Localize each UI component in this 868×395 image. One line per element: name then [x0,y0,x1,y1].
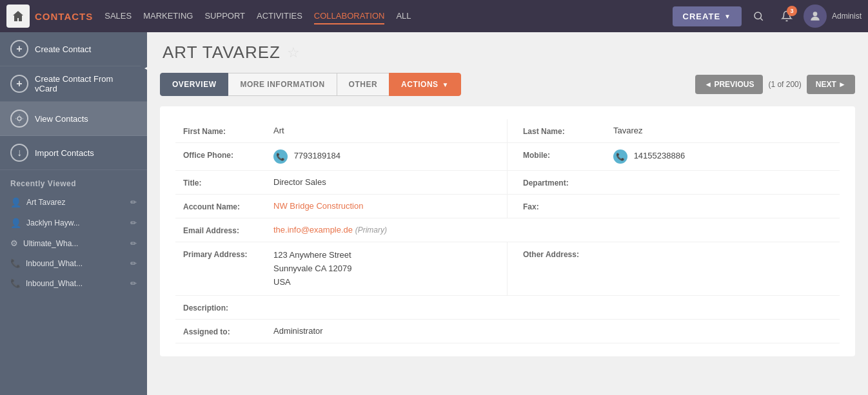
mobile-group: Mobile: 📞 14155238886 [508,143,840,171]
sidebar-toggle[interactable]: ◀ [141,58,147,77]
recent-name-4: Inbound_What... [26,279,83,288]
sidebar-item-import-contacts[interactable]: ↓ Import Contacts [0,136,147,170]
recent-item-0[interactable]: 👤 Art Tavarez ✏ [0,192,147,213]
sidebar-item-view-contacts[interactable]: View Contacts [0,102,147,136]
email-type: (Primary) [355,226,387,235]
edit-icon-3[interactable]: ✏ [130,259,137,268]
title-value: Director Sales [273,177,499,187]
title-group: Title: Director Sales [175,171,508,195]
edit-icon-1[interactable]: ✏ [130,218,137,227]
recent-item-4[interactable]: 📞 Inbound_What... ✏ [0,273,147,293]
last-name-value: Tavarez [613,126,832,135]
other-address-group: Other Address: [508,242,840,296]
home-button[interactable] [6,5,30,28]
name-row: First Name: Art Last Name: Tavarez [175,119,840,143]
notification-wrapper: 3 [775,5,798,28]
phone-icon-4: 📞 [10,278,21,288]
view-contacts-label: View Contacts [35,114,88,124]
contact-form-card: First Name: Art Last Name: Tavarez Offic… [160,106,855,356]
account-name-value[interactable]: NW Bridge Construction [273,201,499,211]
nav-all[interactable]: ALL [396,8,411,24]
account-name-group: Account Name: NW Bridge Construction [175,195,508,218]
mobile-phone-icon: 📞 [613,149,627,164]
person-icon-0: 👤 [10,197,21,207]
create-dropdown-arrow: ▼ [724,13,731,20]
first-name-value: Art [273,126,499,135]
email-row: Email Address: the.info@example.de (Prim… [175,218,840,242]
create-button[interactable]: CREATE ▼ [673,6,742,26]
primary-address-value: 123 Anywhere Street Sunnyvale CA 12079 U… [273,249,499,289]
tab-other[interactable]: OTHER [337,73,390,96]
phone-row: Office Phone: 📞 7793189184 Mobile: 📞 141… [175,143,840,171]
first-name-label: First Name: [183,126,273,136]
actions-dropdown-arrow: ▼ [442,81,449,88]
recent-item-1[interactable]: 👤 Jacklyn Hayw... ✏ [0,213,147,233]
tab-actions[interactable]: ACTIONS ▼ [389,73,461,96]
department-group: Department: [508,171,840,195]
email-label: Email Address: [183,225,273,235]
office-phone-label: Office Phone: [183,149,273,160]
last-name-label: Last Name: [523,126,613,136]
last-name-group: Last Name: Tavarez [508,119,840,143]
office-phone-icon: 📞 [273,149,288,164]
edit-icon-2[interactable]: ✏ [130,239,137,248]
account-name-label: Account Name: [183,201,273,211]
contact-header: ART TAVAREZ ☆ [160,43,855,63]
nav-links: SALES MARKETING SUPPORT ACTIVITIES COLLA… [104,8,672,24]
nav-right: CREATE ▼ 3 Administ [673,5,862,28]
pagination: ◄ PREVIOUS (1 of 200) NEXT ► [695,75,855,94]
assigned-to-label: Assigned to: [183,326,273,336]
fax-label: Fax: [523,201,613,211]
tabs-row: OVERVIEW MORE INFORMATION OTHER ACTIONS … [160,73,855,96]
edit-icon-0[interactable]: ✏ [130,198,137,207]
next-button[interactable]: NEXT ► [807,75,855,94]
create-contact-label: Create Contact [35,44,91,54]
top-nav: CONTACTS SALES MARKETING SUPPORT ACTIVIT… [0,0,868,32]
recent-item-2[interactable]: ⚙ Ultimate_Wha... ✏ [0,233,147,253]
import-contacts-label: Import Contacts [35,148,94,158]
contact-name: ART TAVAREZ [163,43,281,63]
tab-overview[interactable]: OVERVIEW [160,73,228,96]
address-row: Primary Address: 123 Anywhere Street Sun… [175,242,840,296]
description-label: Description: [183,302,273,313]
nav-sales[interactable]: SALES [104,8,132,24]
email-value: the.info@example.de (Primary) [273,225,832,235]
previous-button[interactable]: ◄ PREVIOUS [695,75,763,94]
import-contacts-icon: ↓ [10,144,28,162]
create-contact-icon: + [10,40,28,58]
notification-badge: 3 [787,6,797,16]
mobile-value: 📞 14155238886 [613,149,832,164]
nav-brand[interactable]: CONTACTS [35,11,93,22]
svg-point-3 [17,117,21,120]
nav-support[interactable]: SUPPORT [204,8,245,24]
primary-address-label: Primary Address: [183,249,273,259]
search-button[interactable] [747,5,770,28]
office-phone-value: 📞 7793189184 [273,149,499,164]
nav-marketing[interactable]: MARKETING [143,8,193,24]
svg-line-1 [760,18,762,20]
description-row: Description: [175,296,840,320]
recent-name-2: Ultimate_Wha... [23,239,78,248]
assigned-to-value: Administrator [273,326,832,336]
tab-more-info[interactable]: MORE INFORMATION [228,73,337,96]
assigned-to-row: Assigned to: Administrator [175,320,840,343]
sidebar-item-create-contact[interactable]: + Create Contact [0,32,147,66]
email-address[interactable]: the.info@example.de [273,225,353,235]
recently-viewed-title: Recently Viewed [0,170,147,192]
sidebar-item-create-vcard[interactable]: + Create Contact From vCard [0,66,147,102]
favorite-star[interactable]: ☆ [287,44,300,61]
other-address-label: Other Address: [523,249,613,259]
phone-icon-3: 📞 [10,258,21,268]
recent-item-3[interactable]: 📞 Inbound_What... ✏ [0,253,147,273]
recent-name-3: Inbound_What... [26,259,83,268]
tabs: OVERVIEW MORE INFORMATION OTHER ACTIONS … [160,73,460,96]
phone-icon-2: ⚙ [10,238,18,248]
admin-avatar[interactable] [804,5,827,28]
svg-point-2 [813,12,818,16]
pagination-count: (1 of 200) [768,80,801,89]
edit-icon-4[interactable]: ✏ [130,279,137,288]
title-row: Title: Director Sales Department: [175,171,840,195]
title-label: Title: [183,177,273,188]
nav-activities[interactable]: ACTIVITIES [257,8,302,24]
nav-collaboration[interactable]: COLLABORATION [314,8,385,24]
